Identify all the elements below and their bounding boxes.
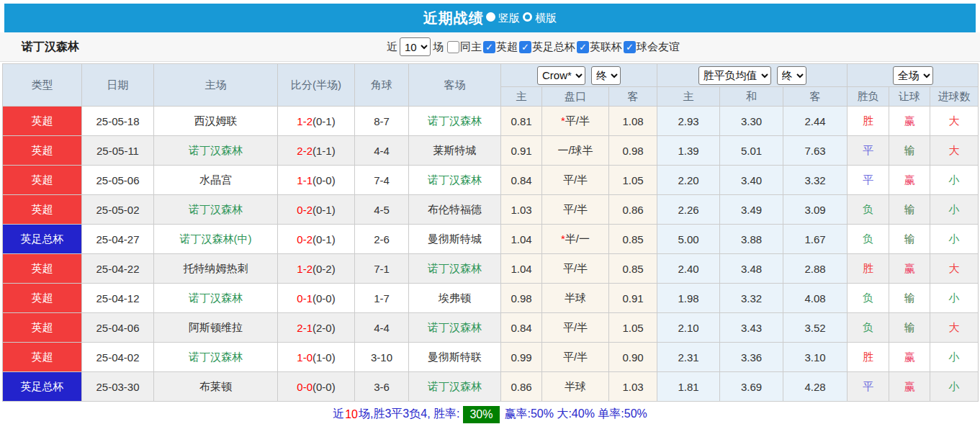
cell-avg-draw: 3.69 bbox=[720, 372, 783, 402]
filter-checkbox-2[interactable]: ✓ bbox=[519, 41, 531, 53]
radio-vertical-icon[interactable] bbox=[486, 12, 495, 22]
cell-away-team: 布伦特福德 bbox=[409, 195, 501, 225]
radio-horizontal-icon[interactable] bbox=[523, 12, 532, 22]
cell-date: 25-04-27 bbox=[82, 225, 154, 254]
cell-avg-away: 4.08 bbox=[783, 284, 848, 313]
cell-handicap-result: 赢 bbox=[889, 372, 930, 402]
cell-odds-away: 1.05 bbox=[609, 313, 657, 343]
cell-result: 胜 bbox=[848, 254, 889, 284]
cell-avg-draw: 3.48 bbox=[720, 254, 783, 284]
odds-time-select[interactable]: 终 bbox=[591, 66, 621, 85]
filter-checkbox-1[interactable]: ✓ bbox=[483, 41, 495, 53]
table-row: 英超25-05-18西汉姆联1-2(0-1)8-7诺丁汉森林0.81*平/半1.… bbox=[3, 107, 979, 136]
cell-date: 25-04-22 bbox=[82, 254, 154, 284]
cell-away-team: 诺丁汉森林 bbox=[409, 372, 501, 402]
cell-league: 英超 bbox=[3, 107, 82, 136]
col-header-home: 主场 bbox=[154, 64, 278, 107]
cell-avg-home: 2.10 bbox=[657, 313, 720, 343]
cell-date: 25-05-02 bbox=[82, 195, 154, 225]
radio-label[interactable]: 横版 bbox=[532, 12, 557, 24]
filter-checkbox-4[interactable]: ✓ bbox=[624, 41, 636, 53]
filter-checkbox-label[interactable]: 英联杯 bbox=[590, 40, 622, 54]
cell-goals-result: 小 bbox=[930, 343, 979, 372]
table-row: 英超25-05-02诺丁汉森林0-2(0-1)4-5布伦特福德1.03平/半0.… bbox=[3, 195, 979, 225]
col-header-avg-away: 客 bbox=[783, 87, 848, 107]
cell-corners: 7-4 bbox=[355, 166, 409, 195]
cell-avg-away: 3.32 bbox=[783, 166, 848, 195]
cell-date: 25-04-06 bbox=[82, 313, 154, 343]
cell-corners: 2-6 bbox=[355, 225, 409, 254]
cell-result: 负 bbox=[848, 195, 889, 225]
cell-avg-home: 1.81 bbox=[657, 372, 720, 402]
cell-handicap-result: 输 bbox=[889, 225, 930, 254]
cell-odds-away: 1.03 bbox=[609, 372, 657, 402]
cell-away-team: 曼彻斯特城 bbox=[409, 225, 501, 254]
cell-avg-draw: 3.30 bbox=[720, 107, 783, 136]
cell-odds-away: 0.85 bbox=[609, 225, 657, 254]
col-header-result: 胜负 bbox=[848, 87, 889, 107]
cell-score: 0-0(0-0) bbox=[278, 372, 355, 402]
odds-company-select[interactable]: Crow* bbox=[537, 66, 585, 85]
cell-goals-result: 大 bbox=[930, 136, 979, 166]
filter-checkbox-label[interactable]: 球会友谊 bbox=[637, 40, 680, 54]
filter-checkbox-0[interactable] bbox=[447, 41, 459, 53]
cell-away-team: 诺丁汉森林 bbox=[409, 166, 501, 195]
cell-avg-home: 2.20 bbox=[657, 166, 720, 195]
filter-checkbox-label[interactable]: 同主 bbox=[460, 40, 482, 54]
col-header-avg-home: 主 bbox=[657, 87, 720, 107]
unit-label: 场 bbox=[433, 40, 444, 54]
filter-checkbox-label[interactable]: 英超 bbox=[496, 40, 518, 54]
period-select[interactable]: 全场 bbox=[893, 66, 933, 85]
cell-home-team: 诺丁汉森林 bbox=[154, 136, 278, 166]
cell-goals-result: 小 bbox=[930, 372, 979, 402]
cell-odds-home: 0.86 bbox=[501, 372, 542, 402]
cell-result: 负 bbox=[848, 313, 889, 343]
period-group-header: 全场 bbox=[848, 64, 979, 87]
table-row: 英足总杯25-04-27诺丁汉森林(中)0-2(0-1)2-6曼彻斯特城1.04… bbox=[3, 225, 979, 254]
col-header-away: 客场 bbox=[409, 64, 501, 107]
cell-corners: 4-5 bbox=[355, 195, 409, 225]
cell-avg-away: 3.09 bbox=[783, 195, 848, 225]
cell-date: 25-05-06 bbox=[82, 166, 154, 195]
cell-league: 英超 bbox=[3, 284, 82, 313]
table-row: 英足总杯25-03-30布莱顿0-0(0-0)3-6诺丁汉森林0.86半球1.0… bbox=[3, 372, 979, 402]
cell-avg-draw: 3.49 bbox=[720, 195, 783, 225]
cell-avg-draw: 5.01 bbox=[720, 136, 783, 166]
cell-score: 1-2(0-2) bbox=[278, 254, 355, 284]
cell-handicap-line: *半/一 bbox=[542, 225, 609, 254]
cell-handicap-result: 赢 bbox=[889, 107, 930, 136]
cell-result: 平 bbox=[848, 166, 889, 195]
cell-away-team: 诺丁汉森林 bbox=[409, 254, 501, 284]
cell-avg-home: 2.93 bbox=[657, 107, 720, 136]
filter-checkbox-3[interactable]: ✓ bbox=[577, 41, 589, 53]
cell-handicap-result: 输 bbox=[889, 313, 930, 343]
cell-score: 1-1(0-0) bbox=[278, 166, 355, 195]
col-header-handicap-result: 让球 bbox=[889, 87, 930, 107]
avg-time-select[interactable]: 终 bbox=[777, 66, 806, 85]
filter-controls: 近 10 场 同主✓英超✓英足总杯✓英联杯✓球会友谊 bbox=[387, 37, 680, 56]
matches-count-select[interactable]: 10 bbox=[400, 37, 431, 56]
cell-goals-result: 大 bbox=[930, 254, 979, 284]
cell-avg-draw: 3.88 bbox=[720, 225, 783, 254]
cell-odds-home: 0.99 bbox=[501, 343, 542, 372]
cell-corners: 1-7 bbox=[355, 284, 409, 313]
cell-home-team: 诺丁汉森林(中) bbox=[154, 225, 278, 254]
cell-result: 负 bbox=[848, 284, 889, 313]
cell-odds-away: 1.08 bbox=[609, 107, 657, 136]
cell-handicap-result: 输 bbox=[889, 195, 930, 225]
title-bar: 近期战绩 竖版 横版 bbox=[4, 4, 976, 32]
radio-label[interactable]: 竖版 bbox=[495, 12, 523, 24]
avg-type-select[interactable]: 胜平负均值 bbox=[698, 66, 771, 85]
cell-handicap-line: 平/半 bbox=[542, 166, 609, 195]
table-row: 英超25-04-22托特纳姆热刺1-2(0-2)7-1诺丁汉森林1.04平/半0… bbox=[3, 254, 979, 284]
cell-handicap-line: 半球 bbox=[542, 372, 609, 402]
cell-odds-away: 0.85 bbox=[609, 254, 657, 284]
table-row: 英超25-05-06水晶宫1-1(0-0)7-4诺丁汉森林0.84平/半1.05… bbox=[3, 166, 979, 195]
cell-avg-home: 1.98 bbox=[657, 284, 720, 313]
cell-goals-result: 大 bbox=[930, 313, 979, 343]
filter-checkbox-label[interactable]: 英足总杯 bbox=[532, 40, 575, 54]
cell-avg-draw: 3.36 bbox=[720, 343, 783, 372]
table-row: 英超25-05-11诺丁汉森林2-2(1-1)4-4莱斯特城0.91一/球半0.… bbox=[3, 136, 979, 166]
cell-score: 0-2(0-1) bbox=[278, 195, 355, 225]
col-header-corner: 角球 bbox=[355, 64, 409, 107]
